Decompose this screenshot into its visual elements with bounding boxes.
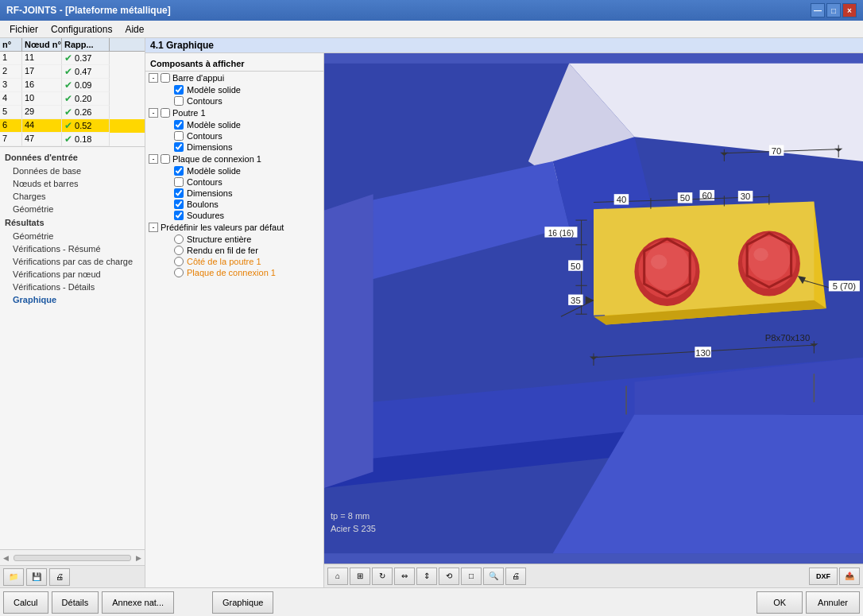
cell-n4: 4	[0, 92, 22, 106]
cb-plaque-dims[interactable]	[174, 188, 184, 198]
nav-geometrie-result[interactable]: Géométrie	[0, 230, 145, 242]
nav-verif-resume[interactable]: Vérifications - Résumé	[0, 242, 145, 255]
cb-poutre-contours[interactable]	[174, 131, 184, 141]
radio-structure[interactable]	[174, 234, 184, 244]
item-barre-modele: Modèle solide	[145, 84, 323, 95]
svg-text:40: 40	[617, 195, 627, 204]
cell-check7: ✔ 0.18	[62, 133, 110, 146]
table-row[interactable]: 5 29 ✔ 0.26	[0, 106, 145, 119]
svg-text:5 (70): 5 (70)	[833, 281, 857, 291]
cb-poutre-modele[interactable]	[174, 120, 184, 130]
vp-btn-pan-v[interactable]: ⇕	[416, 568, 437, 585]
section-predefault[interactable]: - Prédéfinir les valeurs par défaut	[145, 221, 323, 234]
item-plaque-modele: Modèle solide	[145, 165, 323, 176]
scrollbar[interactable]: ◀ ▶	[0, 549, 145, 565]
menu-configurations[interactable]: Configurations	[45, 22, 118, 37]
table-area: n° Nœud n° Rapp... 1 11 ✔ 0.37 2 17 ✔ 0.…	[0, 38, 145, 147]
table-row[interactable]: 2 17 ✔ 0.47	[0, 65, 145, 79]
cell-node7: 47	[22, 133, 62, 146]
col-node: Nœud n°	[22, 38, 62, 51]
vp-btn-3d[interactable]: ⟲	[439, 568, 459, 585]
checkbox-plaque1[interactable]	[161, 154, 170, 164]
left-panel-btn2[interactable]: 💾	[26, 568, 47, 586]
menu-fichier[interactable]: Fichier	[3, 22, 45, 37]
vp-btn-wireframe[interactable]: □	[461, 568, 482, 585]
vp-btn-zoom-fit[interactable]: ⊞	[350, 568, 370, 585]
vp-btn-dxf[interactable]: DXF	[809, 568, 838, 585]
cb-barre-contours[interactable]	[174, 96, 184, 106]
cell-check6: ✔ 0.52	[62, 119, 110, 133]
vp-btn-home[interactable]: ⌂	[327, 568, 348, 585]
radio-filder[interactable]	[174, 246, 184, 255]
section-plaque1[interactable]: - Plaque de connexion 1	[145, 153, 323, 165]
nav-charges[interactable]: Charges	[0, 190, 145, 203]
nav-verif-noeud[interactable]: Vérifications par nœud	[0, 268, 145, 281]
cell-n3: 3	[0, 79, 22, 92]
expand-icon: -	[149, 73, 158, 83]
cb-plaque-contours[interactable]	[174, 177, 184, 187]
opt-cote-poutre: Côté de la poutre 1	[145, 256, 323, 267]
svg-point-20	[748, 237, 790, 281]
radio-cote-poutre[interactable]	[174, 257, 184, 266]
checkbox-poutre1[interactable]	[161, 108, 170, 118]
nav-verif-cas[interactable]: Vérifications par cas de charge	[0, 255, 145, 268]
details-button[interactable]: Détails	[52, 591, 99, 614]
cb-plaque-boulons[interactable]	[174, 200, 184, 209]
titlebar-controls: — □ ×	[811, 3, 857, 17]
item-plaque-boulons: Boulons	[145, 199, 323, 210]
info-text: tp = 8 mm Acier S 235	[331, 509, 376, 535]
table-row[interactable]: 1 11 ✔ 0.37	[0, 52, 145, 65]
components-panel: Composants à afficher - Barre d'appui Mo…	[145, 53, 324, 587]
item-plaque-contours: Contours	[145, 176, 323, 188]
vp-btn-pan-h[interactable]: ⇔	[394, 568, 415, 585]
table-row[interactable]: 3 16 ✔ 0.09	[0, 79, 145, 92]
nav-tree: Données d'entrée Données de base Nœuds e…	[0, 147, 145, 549]
item-plaque-soudures: Soudures	[145, 210, 323, 221]
cb-plaque-soudures[interactable]	[174, 211, 184, 220]
close-button[interactable]: ×	[842, 3, 857, 17]
vp-btn-export[interactable]: 📤	[839, 568, 860, 585]
table-row-selected[interactable]: 6 44 ✔ 0.52	[0, 119, 145, 133]
menu-aide[interactable]: Aide	[118, 22, 150, 37]
left-panel-btn3[interactable]: 🖨	[49, 568, 70, 586]
radio-plaque-conn[interactable]	[174, 268, 184, 277]
expand-icon-pre: -	[149, 223, 158, 232]
cb-plaque-modele[interactable]	[174, 166, 184, 176]
main-layout: n° Nœud n° Rapp... 1 11 ✔ 0.37 2 17 ✔ 0.…	[0, 38, 863, 587]
vp-btn-zoom[interactable]: 🔍	[483, 568, 504, 585]
annexe-button[interactable]: Annexe nat...	[102, 591, 174, 614]
cell-n2: 2	[0, 65, 22, 79]
nav-noeuds-barres[interactable]: Nœuds et barres	[0, 177, 145, 190]
svg-text:70: 70	[772, 146, 782, 156]
cb-barre-modele-solide[interactable]	[174, 85, 184, 95]
vp-btn-rotate[interactable]: ↻	[372, 568, 393, 585]
maximize-button[interactable]: □	[826, 3, 841, 17]
nav-graphique[interactable]: Graphique	[0, 293, 145, 306]
info-line1: tp = 8 mm	[331, 509, 376, 522]
nav-donnees-base[interactable]: Données de base	[0, 165, 145, 177]
nav-verif-details[interactable]: Vérifications - Détails	[0, 281, 145, 293]
expand-icon-p1: -	[149, 108, 158, 118]
table-row[interactable]: 7 47 ✔ 0.18	[0, 133, 145, 146]
graphique-button[interactable]: Graphique	[212, 591, 273, 614]
left-panel-btn1[interactable]: 📁	[3, 568, 24, 586]
calcul-button[interactable]: Calcul	[3, 591, 48, 614]
item-plaque-dims: Dimensions	[145, 188, 323, 199]
content-area: 4.1 Graphique Composants à afficher - Ba…	[145, 38, 863, 587]
svg-marker-7	[324, 194, 373, 488]
vp-btn-print[interactable]: 🖨	[505, 568, 526, 585]
nav-geometrie-input[interactable]: Géométrie	[0, 203, 145, 215]
section-barre-appui[interactable]: - Barre d'appui	[145, 72, 323, 84]
section-poutre1[interactable]: - Poutre 1	[145, 107, 323, 119]
info-line2: Acier S 235	[331, 522, 376, 535]
cell-n7: 7	[0, 133, 22, 146]
table-row[interactable]: 4 10 ✔ 0.20	[0, 92, 145, 106]
cb-poutre-dims[interactable]	[174, 142, 184, 152]
checkbox-barre-appui[interactable]	[161, 73, 170, 83]
label-poutre1: Poutre 1	[172, 108, 206, 118]
ok-button[interactable]: OK	[757, 591, 803, 614]
item-poutre-contours: Contours	[145, 130, 323, 141]
scene-wrapper[interactable]: 70 60 40 50	[324, 53, 863, 564]
minimize-button[interactable]: —	[811, 3, 825, 17]
annuler-button[interactable]: Annuler	[806, 591, 860, 614]
